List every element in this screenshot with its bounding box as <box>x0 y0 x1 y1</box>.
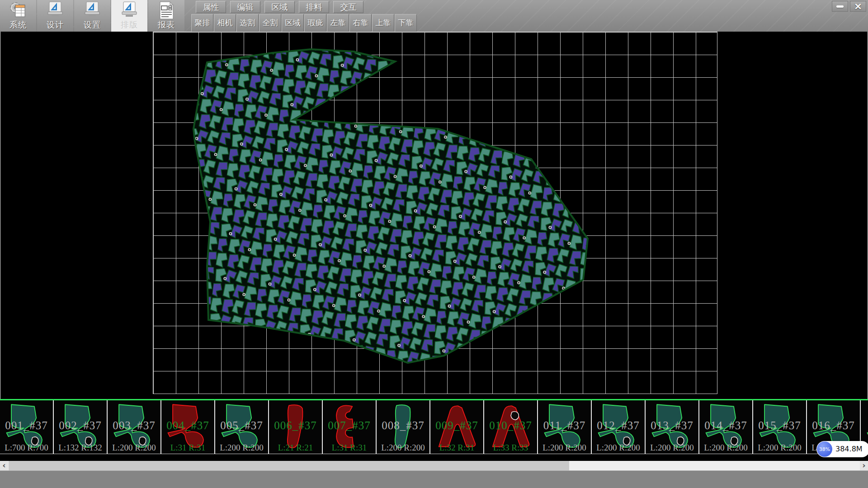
part-title: 013_#37 <box>646 419 698 432</box>
tab-settings-label: 设置 <box>84 20 101 30</box>
part-lr-label: L:200 R:200 <box>377 443 429 453</box>
tab-design-label: 设计 <box>47 20 64 30</box>
scroll-right-arrow-icon[interactable]: › <box>860 461 868 470</box>
part-lr-label: L:700 R:700 <box>0 443 53 453</box>
part-thumbnail[interactable]: 006_#37L:21 R:21 <box>269 400 323 454</box>
part-thumbnail[interactable]: 013_#37L:200 R:200 <box>646 400 699 454</box>
menu-nesting[interactable]: 排料 <box>299 1 329 13</box>
part-thumbnail[interactable]: 011_#37L:200 R:200 <box>538 400 592 454</box>
close-icon: × <box>854 2 862 11</box>
part-title: 015_#37 <box>753 419 806 432</box>
system-gear-icon <box>9 1 28 20</box>
part-title: 0 <box>861 419 868 432</box>
part-thumbnail[interactable]: 001_#37L:700 R:700 <box>0 400 54 454</box>
tab-settings[interactable]: 设置 <box>74 0 110 32</box>
tool-align-bottom[interactable]: 下靠 <box>395 14 417 32</box>
part-title: 009_#37 <box>430 419 483 432</box>
menu-interact[interactable]: 交互 <box>333 1 363 13</box>
part-thumbnail[interactable]: 008_#37L:200 R:200 <box>377 400 430 454</box>
app-mode-tabs: 系统 设计 设置 <box>0 0 185 32</box>
scroll-left-arrow-icon[interactable]: ‹ <box>0 461 8 470</box>
part-title: 001_#37 <box>0 419 53 432</box>
part-thumbnail[interactable]: 015_#37L:200 R:200 <box>753 400 807 454</box>
part-thumbnail[interactable]: 014_#37L:200 R:200 <box>699 400 753 454</box>
part-thumbnail[interactable]: 002_#37L:132 R:132 <box>54 400 108 454</box>
tool-camera[interactable]: 相机 <box>214 14 236 32</box>
part-title: 007_#37 <box>323 419 376 432</box>
status-badge: 38% 384.8M <box>816 441 868 457</box>
tab-report[interactable]: 报表 <box>148 0 184 32</box>
part-lr-label: L:200 R:200 <box>753 443 806 453</box>
part-thumbnail[interactable]: 007_#37L:31 R:31 <box>323 400 377 454</box>
nesting-viewport[interactable] <box>153 32 717 394</box>
part-title: 010_#37 <box>484 419 537 432</box>
part-title: 012_#37 <box>592 419 645 432</box>
tool-align-left[interactable]: 左靠 <box>327 14 349 32</box>
tool-cluster-nest[interactable]: 聚排 <box>191 14 213 32</box>
leather-hide-outline <box>193 49 588 363</box>
tool-defect[interactable]: 瑕疵 <box>304 14 326 32</box>
menu-region[interactable]: 区域 <box>264 1 295 13</box>
status-bar <box>0 470 868 488</box>
top-toolbar: 系统 设计 设置 <box>0 0 868 33</box>
horizontal-scrollbar[interactable]: ‹ › <box>0 461 868 470</box>
minimize-button[interactable] <box>832 1 848 12</box>
part-title: 003_#37 <box>108 419 160 432</box>
parts-strip-wrap: 001_#37L:700 R:700002_#37L:132 R:132003_… <box>0 399 868 455</box>
part-lr-label: L:31 R:31 <box>323 443 376 453</box>
tab-system[interactable]: 系统 <box>0 0 36 32</box>
part-lr-label: L:200 R:200 <box>592 443 645 453</box>
close-button[interactable]: × <box>850 1 866 12</box>
tool-row: 聚排 相机 选割 全割 区域 瑕疵 左靠 右靠 上靠 下靠 <box>191 14 417 32</box>
tool-zone[interactable]: 区域 <box>282 14 304 32</box>
part-lr-label: L:21 R:21 <box>269 443 322 453</box>
part-lr-label: L:132 R:132 <box>54 443 107 453</box>
part-lr-label: L:200 R:200 <box>699 443 752 453</box>
report-document-icon <box>157 1 176 20</box>
tool-cut-selected[interactable]: 选割 <box>236 14 259 32</box>
parts-strip: 001_#37L:700 R:700002_#37L:132 R:132003_… <box>0 400 868 455</box>
part-lr-label: L:31 R:31 <box>161 443 214 453</box>
part-title: 011_#37 <box>538 419 591 432</box>
part-title: 008_#37 <box>377 419 429 432</box>
memory-value: 384.8M <box>835 441 863 457</box>
part-thumbnail[interactable]: 010_#37L:33 R:33 <box>484 400 538 454</box>
tab-nesting[interactable]: 排版 <box>111 0 147 32</box>
part-title: 004_#37 <box>161 419 214 432</box>
progress-circle: 38% <box>817 441 832 457</box>
leather-hide-graphic <box>153 32 718 394</box>
canvas-workspace[interactable] <box>0 32 868 399</box>
part-lr-label: L:32 R:31 <box>430 443 483 453</box>
window-controls: × <box>832 1 866 12</box>
tab-system-label: 系统 <box>9 20 27 30</box>
nesting-ruler-icon <box>120 1 139 20</box>
tab-nesting-label: 排版 <box>121 20 138 30</box>
part-thumbnail[interactable]: 005_#37L:200 R:200 <box>215 400 269 454</box>
tool-align-top[interactable]: 上靠 <box>372 14 394 32</box>
tool-align-right[interactable]: 右靠 <box>349 14 372 32</box>
menu-properties[interactable]: 属性 <box>196 1 226 13</box>
part-thumbnail[interactable]: 012_#37L:200 R:200 <box>592 400 646 454</box>
part-lr-label: L:200 R:200 <box>108 443 160 453</box>
part-title: 002_#37 <box>54 419 107 432</box>
minimize-icon <box>836 5 844 8</box>
part-title: 005_#37 <box>215 419 268 432</box>
part-title: 016_#37 <box>807 419 860 432</box>
part-title: 006_#37 <box>269 419 322 432</box>
menu-edit[interactable]: 编辑 <box>230 1 260 13</box>
tab-design[interactable]: 设计 <box>37 0 73 32</box>
menu-row: 属性 编辑 区域 排料 交互 <box>196 1 363 13</box>
scrollbar-thumb[interactable] <box>9 461 569 470</box>
part-lr-label: L:200 R:200 <box>538 443 591 453</box>
part-thumbnail[interactable]: 004_#37L:31 R:31 <box>161 400 215 454</box>
design-ruler-icon <box>46 1 65 20</box>
part-lr-label: L:200 R:200 <box>646 443 698 453</box>
settings-ruler-icon <box>83 1 102 20</box>
part-lr-label: L:200 R:200 <box>215 443 268 453</box>
part-thumbnail[interactable]: 009_#37L:32 R:31 <box>430 400 484 454</box>
part-thumbnail[interactable]: 003_#37L:200 R:200 <box>108 400 161 454</box>
part-lr-label: L:33 R:33 <box>484 443 537 453</box>
tool-cut-all[interactable]: 全割 <box>259 14 281 32</box>
tab-report-label: 报表 <box>158 20 175 30</box>
part-title: 014_#37 <box>699 419 752 432</box>
